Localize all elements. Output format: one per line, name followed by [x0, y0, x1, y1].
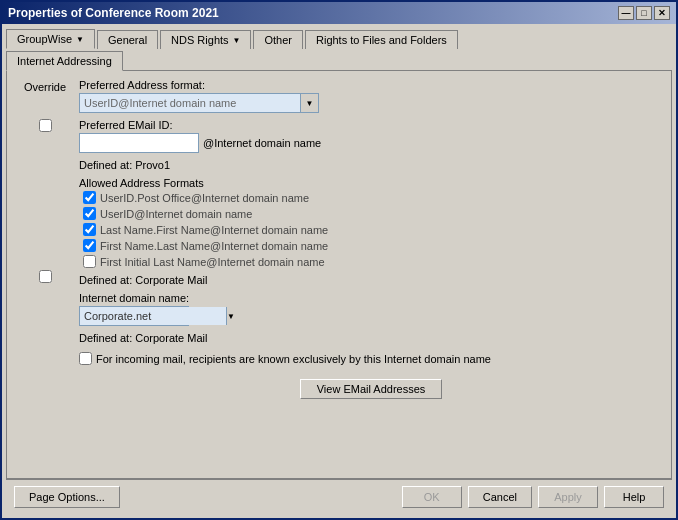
format-label-1: UserID@Internet domain name [100, 208, 252, 220]
tab-rights-files[interactable]: Rights to Files and Folders [305, 30, 458, 49]
bottom-bar: Page Options... OK Cancel Apply Help [6, 479, 672, 514]
format-check-2[interactable] [83, 223, 96, 236]
title-bar-buttons: — □ ✕ [618, 6, 670, 20]
right-panel: Preferred Address format: ▼ Preferred EM… [79, 79, 663, 470]
incoming-mail-check-row: For incoming mail, recipients are known … [79, 352, 663, 365]
format-label-2: Last Name.First Name@Internet domain nam… [100, 224, 328, 236]
maximize-button[interactable]: □ [636, 6, 652, 20]
tab-rights-label: Rights to Files and Folders [316, 34, 447, 46]
main-window: Properties of Conference Room 2021 — □ ✕… [0, 0, 678, 520]
allowed-formats-group: Allowed Address Formats UserID.Post Offi… [79, 177, 663, 268]
help-button[interactable]: Help [604, 486, 664, 508]
internet-domain-input[interactable] [80, 307, 226, 325]
preferred-address-input[interactable] [80, 94, 300, 112]
defined-at-3: Defined at: Corporate Mail [79, 332, 663, 344]
preferred-email-input[interactable] [79, 133, 199, 153]
tab-other[interactable]: Other [253, 30, 303, 49]
preferred-address-label: Preferred Address format: [79, 79, 663, 91]
internet-domain-group: Internet domain name: ▼ [79, 292, 663, 326]
page-options-button[interactable]: Page Options... [14, 486, 120, 508]
view-btn-row: View EMail Addresses [79, 379, 663, 399]
override-checkbox-1[interactable] [39, 119, 52, 132]
preferred-address-dropdown[interactable]: ▼ [79, 93, 319, 113]
minimize-button[interactable]: — [618, 6, 634, 20]
format-item-2: Last Name.First Name@Internet domain nam… [83, 223, 663, 236]
defined-at-2: Defined at: Corporate Mail [79, 274, 663, 286]
tab-general-label: General [108, 34, 147, 46]
override-check-2-area [39, 270, 52, 285]
tab-groupwise-arrow: ▼ [76, 35, 84, 44]
format-label-4: First Initial Last Name@Internet domain … [100, 256, 325, 268]
tab-nds-label: NDS Rights [171, 34, 228, 46]
inet-domain-row: ▼ [79, 306, 663, 326]
preferred-email-group: Preferred EMail ID: @Internet domain nam… [79, 119, 663, 153]
apply-button[interactable]: Apply [538, 486, 598, 508]
tab-groupwise[interactable]: GroupWise ▼ [6, 29, 95, 49]
format-check-4[interactable] [83, 255, 96, 268]
incoming-mail-checkbox[interactable] [79, 352, 92, 365]
override-check-1-area [39, 119, 52, 134]
incoming-mail-label: For incoming mail, recipients are known … [96, 353, 491, 365]
tab-nds-rights[interactable]: NDS Rights ▼ [160, 30, 251, 49]
content-area: Override Preferred Address format: ▼ [6, 70, 672, 479]
email-suffix: @Internet domain name [203, 137, 321, 149]
tab-internet-label: Internet Addressing [17, 55, 112, 67]
main-section: Override Preferred Address format: ▼ [15, 79, 663, 470]
internet-domain-dropdown[interactable]: ▼ [79, 306, 189, 326]
title-bar: Properties of Conference Room 2021 — □ ✕ [2, 2, 676, 24]
format-item-0: UserID.Post Office@Internet domain name [83, 191, 663, 204]
preferred-address-group: Preferred Address format: ▼ [79, 79, 663, 113]
tab-internet-addressing[interactable]: Internet Addressing [6, 51, 123, 71]
format-label-3: First Name.Last Name@Internet domain nam… [100, 240, 328, 252]
format-label-0: UserID.Post Office@Internet domain name [100, 192, 309, 204]
tab-general[interactable]: General [97, 30, 158, 49]
window-title: Properties of Conference Room 2021 [8, 6, 219, 20]
tab-nds-arrow: ▼ [233, 36, 241, 45]
tabs-container: GroupWise ▼ General NDS Rights ▼ Other R… [2, 24, 676, 70]
override-title: Override [24, 81, 66, 93]
format-check-0[interactable] [83, 191, 96, 204]
view-email-addresses-button[interactable]: View EMail Addresses [300, 379, 443, 399]
format-item-3: First Name.Last Name@Internet domain nam… [83, 239, 663, 252]
tab-groupwise-label: GroupWise [17, 33, 72, 45]
internet-domain-dropdown-btn[interactable]: ▼ [226, 307, 235, 325]
allowed-formats-title: Allowed Address Formats [79, 177, 663, 189]
format-item-1: UserID@Internet domain name [83, 207, 663, 220]
format-check-1[interactable] [83, 207, 96, 220]
defined-at-1: Defined at: Provo1 [79, 159, 663, 171]
preferred-email-label: Preferred EMail ID: [79, 119, 663, 131]
internet-domain-label: Internet domain name: [79, 292, 663, 304]
allowed-formats-list: UserID.Post Office@Internet domain name … [79, 191, 663, 268]
tab-other-label: Other [264, 34, 292, 46]
tabs-row-2: Internet Addressing [6, 50, 672, 70]
format-item-4: First Initial Last Name@Internet domain … [83, 255, 663, 268]
bottom-right: OK Cancel Apply Help [402, 486, 664, 508]
cancel-button[interactable]: Cancel [468, 486, 532, 508]
close-button[interactable]: ✕ [654, 6, 670, 20]
override-checkbox-2[interactable] [39, 270, 52, 283]
bottom-left: Page Options... [14, 486, 120, 508]
tabs-row-1: GroupWise ▼ General NDS Rights ▼ Other R… [6, 28, 672, 48]
preferred-address-dropdown-btn[interactable]: ▼ [300, 94, 318, 112]
format-check-3[interactable] [83, 239, 96, 252]
override-column: Override [15, 79, 75, 470]
email-row: @Internet domain name [79, 133, 663, 153]
ok-button[interactable]: OK [402, 486, 462, 508]
